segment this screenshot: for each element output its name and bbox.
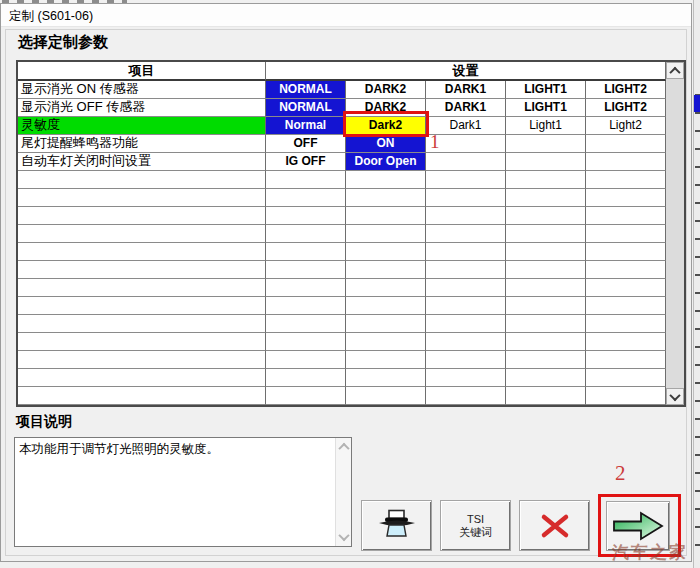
column-header-setting: 设置 — [266, 62, 666, 81]
table-row-empty — [18, 333, 666, 351]
setting-cell-empty — [426, 369, 506, 387]
setting-cell-empty — [18, 243, 266, 261]
setting-cell-empty — [346, 351, 426, 369]
setting-cell[interactable]: OFF — [266, 135, 346, 153]
setting-cell-empty — [426, 189, 506, 207]
setting-cell-empty — [426, 171, 506, 189]
description-heading: 项目说明 — [16, 413, 72, 431]
setting-cell-empty — [18, 207, 266, 225]
setting-cell-empty — [18, 351, 266, 369]
chevron-down-icon — [669, 389, 680, 400]
setting-cell-empty — [506, 297, 586, 315]
setting-cell-empty — [18, 261, 266, 279]
chevron-up-icon — [669, 66, 680, 77]
setting-cell-empty — [506, 261, 586, 279]
setting-cell-empty — [266, 297, 346, 315]
setting-cell-empty — [426, 387, 506, 405]
setting-cell-empty — [266, 225, 346, 243]
setting-cell-selected[interactable]: ON — [346, 135, 426, 153]
setting-cell-empty — [18, 171, 266, 189]
setting-cell-empty — [346, 387, 426, 405]
setting-cell-empty — [586, 387, 666, 405]
setting-cell-empty — [426, 261, 506, 279]
setting-cell[interactable]: Light1 — [506, 117, 586, 135]
setting-cell-empty — [346, 297, 426, 315]
table-header-row: 项目 设置 — [18, 62, 666, 81]
setting-cell[interactable]: DARK2 — [346, 81, 426, 99]
setting-cell[interactable]: LIGHT2 — [586, 81, 666, 99]
table-row-highlighted: 灵敏度 Normal Dark2 Dark1 Light1 Light2 — [18, 117, 666, 135]
setting-cell[interactable]: LIGHT1 — [506, 99, 586, 117]
item-label: 尾灯提醒蜂鸣器功能 — [18, 135, 266, 153]
setting-cell-empty — [426, 153, 506, 171]
setting-cell-empty — [506, 189, 586, 207]
tsi-keyword-button[interactable]: TSI 关键词 — [440, 500, 511, 551]
setting-cell[interactable]: DARK1 — [426, 99, 506, 117]
red-x-icon — [536, 509, 574, 543]
setting-cell[interactable]: Dark1 — [426, 117, 506, 135]
setting-cell-empty — [346, 171, 426, 189]
scroll-up-button[interactable] — [666, 62, 684, 79]
setting-cell-empty — [586, 153, 666, 171]
item-label: 自动车灯关闭时间设置 — [18, 153, 266, 171]
watermark: 汽车之家 — [612, 541, 688, 564]
setting-cell-empty — [426, 135, 506, 153]
setting-cell-empty — [346, 261, 426, 279]
table-row-empty — [18, 351, 666, 369]
setting-cell-selected[interactable]: Normal — [266, 117, 346, 135]
setting-cell-empty — [266, 171, 346, 189]
setting-cell-empty — [266, 387, 346, 405]
cropped-right-edge-ticks — [695, 78, 700, 552]
setting-cell-selected[interactable]: NORMAL — [266, 99, 346, 117]
setting-cell-selected[interactable]: Door Open — [346, 153, 426, 171]
scroll-down-button[interactable] — [666, 388, 684, 405]
setting-cell-empty — [586, 225, 666, 243]
setting-cell-empty — [506, 333, 586, 351]
setting-cell-empty — [266, 369, 346, 387]
setting-cell-empty — [586, 279, 666, 297]
setting-cell-empty — [346, 315, 426, 333]
tsi-button-line1: TSI — [467, 513, 484, 526]
setting-cell-empty — [506, 279, 586, 297]
setting-cell-empty — [586, 171, 666, 189]
table-scrollbar[interactable] — [666, 62, 684, 405]
table-row-empty — [18, 279, 666, 297]
setting-cell-empty — [586, 261, 666, 279]
setting-cell-empty — [426, 351, 506, 369]
setting-cell-target[interactable]: Dark2 — [346, 117, 426, 135]
setting-cell-empty — [586, 243, 666, 261]
setting-cell[interactable]: LIGHT2 — [586, 99, 666, 117]
setting-cell-empty — [266, 333, 346, 351]
setting-cell-empty — [506, 171, 586, 189]
table-row: 自动车灯关闭时间设置 IG OFF Door Open — [18, 153, 666, 171]
setting-cell-empty — [426, 315, 506, 333]
printer-icon — [376, 509, 418, 543]
print-button[interactable] — [361, 500, 432, 551]
item-label-highlighted: 灵敏度 — [18, 117, 266, 135]
setting-cell-empty — [346, 189, 426, 207]
setting-cell[interactable]: LIGHT1 — [506, 81, 586, 99]
table-row-empty — [18, 225, 666, 243]
setting-cell-empty — [346, 207, 426, 225]
cancel-button[interactable] — [519, 500, 590, 551]
setting-cell[interactable]: IG OFF — [266, 153, 346, 171]
setting-cell-selected[interactable]: NORMAL — [266, 81, 346, 99]
description-scrollbar[interactable] — [335, 438, 351, 546]
table-row-empty — [18, 297, 666, 315]
setting-cell-empty — [346, 279, 426, 297]
setting-cell-empty — [586, 189, 666, 207]
setting-cell-empty — [506, 225, 586, 243]
screen: 定制 (S601-06) 选择定制参数 项目 设置 显示消光 ON 传感器 NO… — [0, 0, 700, 568]
item-label: 显示消光 OFF 传感器 — [18, 99, 266, 117]
setting-cell-empty — [266, 351, 346, 369]
setting-cell[interactable]: Light2 — [586, 117, 666, 135]
table-row-empty — [18, 261, 666, 279]
table-row-empty — [18, 189, 666, 207]
cropped-right-edge-blue-cell — [694, 95, 700, 112]
table-row-empty — [18, 243, 666, 261]
chevron-down-icon — [338, 530, 349, 541]
setting-cell-empty — [506, 135, 586, 153]
setting-cell[interactable]: DARK2 — [346, 99, 426, 117]
setting-cell-empty — [586, 135, 666, 153]
setting-cell[interactable]: DARK1 — [426, 81, 506, 99]
